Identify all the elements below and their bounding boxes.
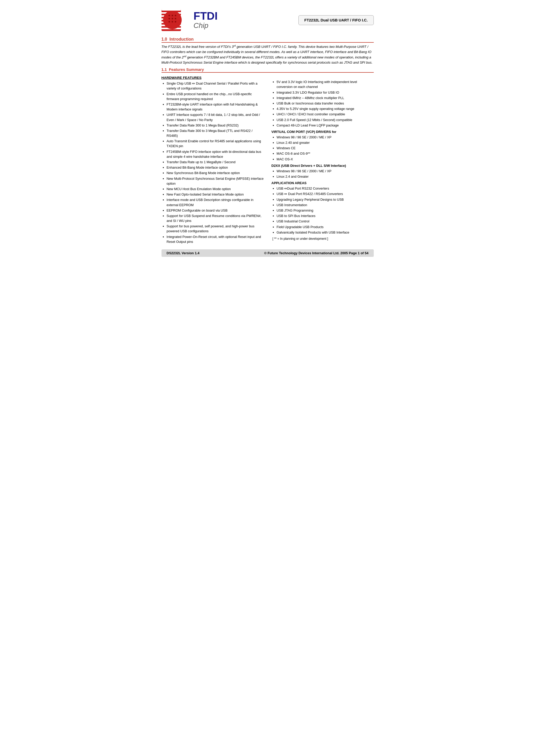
list-item: 5V and 3.3V logic IO Interfacing with in… [277,79,374,89]
list-item: New Fast Opto-Isolated Serial Interface … [167,192,264,197]
list-item: Field Upgradable USB Products [277,225,374,230]
product-title-box: FT2232L Dual USB UART / FIFO I.C. [298,15,374,25]
list-item: Enhanced Bit-Bang Mode interface option [167,165,264,170]
list-item: New Multi-Protocol Synchronous Serial En… [167,176,264,186]
list-item: USB Industrial Control [277,219,374,224]
list-item: Auto Transmit Enable control for RS485 s… [167,139,264,148]
svg-rect-1 [161,9,181,11]
footer-version: DS2232L Version 1.4 [167,251,200,255]
right-hw-features-list: 5V and 3.3V logic IO Interfacing with in… [271,79,374,128]
section-11-title: 1.1 Features Summary [161,67,374,73]
list-item: Interface mode and USB Description strin… [167,197,264,207]
ftdi-logo-icon [161,8,190,32]
list-item: UART Interface supports 7 / 8 bit data, … [167,112,264,122]
list-item: New MCU Host Bus Emulation Mode option [167,186,264,191]
section-1-number: 1.0 [161,37,167,41]
app-areas-list: USB ⇔Dual Port RS232 Converters USB ⇔ Du… [271,186,374,235]
svg-point-16 [172,21,173,22]
svg-point-9 [168,15,170,16]
intro-paragraph: The FT2232L is the lead free version of … [161,44,374,65]
list-item: FT245BM-style FIFO interface option with… [167,149,264,159]
vcp-drivers-heading: VIRTUAL COM PORT (VCP) DRIVERS for [271,130,374,134]
list-item: Integrated Power-On-Reset circuit, with … [167,234,264,244]
svg-point-15 [168,21,170,22]
list-item: Galvanically Isolated Products with USB … [277,230,374,235]
section-1-title: 1.0 Introduction [161,37,374,43]
list-item: USB 2.0 Full Speed (12 Mbits / Second) c… [277,118,374,122]
list-item: 4.35V to 5.25V single supply operating v… [277,106,374,111]
list-item: EEPROM Configurable on board via USB [167,208,264,213]
section-11-label: Features Summary [169,67,204,72]
left-column: HARDWARE FEATURES Single Chip USB ⇔ Dual… [161,75,264,246]
svg-point-11 [175,15,176,16]
right-column: 5V and 3.3V logic IO Interfacing with in… [271,75,374,246]
hw-features-list: Single Chip USB ⇔ Dual Channel Serial / … [161,81,264,244]
list-item: Transfer Data Rate up to 1 MegaByte / Se… [167,160,264,165]
list-item: Support for USB Suspend and Resume condi… [167,213,264,223]
list-item: Linux 2.4 and Greater [277,174,374,179]
list-item: Compact 48-LD Lead Free LQFP package [277,123,374,128]
section-1-label: Introduction [170,37,194,41]
svg-point-17 [175,21,176,22]
list-item: New Synchronous Bit-Bang Mode interface … [167,171,264,176]
ftdi-text: FTDI [194,11,218,21]
list-item: Windows 98 / 98 SE / 2000 / ME / XP [277,169,374,174]
list-item: Single Chip USB ⇔ Dual Channel Serial / … [167,81,264,91]
footer-copyright: © Future Technology Devices Internationa… [264,251,368,255]
vcp-drivers-list: Windows 98 / 98 SE / 2000 / ME / XP Linu… [271,135,374,162]
list-item: Transfer Data Rate 300 to 1 Mega Baud (R… [167,123,264,128]
hw-features-heading: HARDWARE FEATURES [161,76,264,80]
footnote: [ ** = In planning or under development … [271,237,374,241]
svg-point-12 [168,18,170,19]
list-item: USB JTAG Programming [277,208,374,213]
list-item: Upgrading Legacy Peripheral Designs to U… [277,197,374,202]
logo-text-area: FTDI Chip [194,11,218,30]
list-item: USB ⇔ Dual Port RS422 / RS485 Converters [277,191,374,196]
svg-point-13 [172,18,173,19]
d2xx-list: Windows 98 / 98 SE / 2000 / ME / XP Linu… [271,169,374,179]
list-item: MAC OS-X [277,157,374,162]
section-11-number: 1.1 [161,67,167,72]
page-footer: DS2232L Version 1.4 © Future Technology … [161,249,374,257]
list-item: UHCI / OHCI / EHCI host controller compa… [277,112,374,117]
list-item: Windows 98 / 98 SE / 2000 / ME / XP [277,135,374,140]
list-item: Entire USB protocol handled on the chip.… [167,92,264,101]
list-item: Support for bus powered, self powered, a… [167,224,264,233]
list-item: Linux 2.40 and greater [277,140,374,145]
list-item: USB Instrumentation [277,202,374,207]
list-item: USB ⇔Dual Port RS232 Converters [277,186,374,191]
app-areas-heading: APPLICATION AREAS [271,181,374,185]
list-item: Integrated 3.3V LDO Regulator for USB IO [277,90,374,95]
list-item: FT232BM-style UART interface option with… [167,102,264,112]
svg-point-8 [163,11,182,29]
list-item: USB Bulk or Isochronous data transfer mo… [277,101,374,106]
svg-point-14 [175,18,176,19]
list-item: MAC OS-8 and OS-9** [277,151,374,156]
page-header: FTDI Chip FT2232L Dual USB UART / FIFO I… [161,8,374,32]
d2xx-heading: D2XX (USB Direct Drivers + DLL S/W Inter… [271,164,374,168]
list-item: Integrated 6MHz – 48Mhz clock multiplier… [277,95,374,100]
list-item: Transfer Data Rate 300 to 3 Mega Baud (T… [167,128,264,138]
chip-text: Chip [194,21,218,30]
list-item: USB to SPI Bus Interfaces [277,213,374,218]
list-item: Windows CE [277,146,374,150]
svg-point-10 [172,15,173,16]
features-two-col: HARDWARE FEATURES Single Chip USB ⇔ Dual… [161,75,374,246]
logo-area: FTDI Chip [161,8,218,32]
